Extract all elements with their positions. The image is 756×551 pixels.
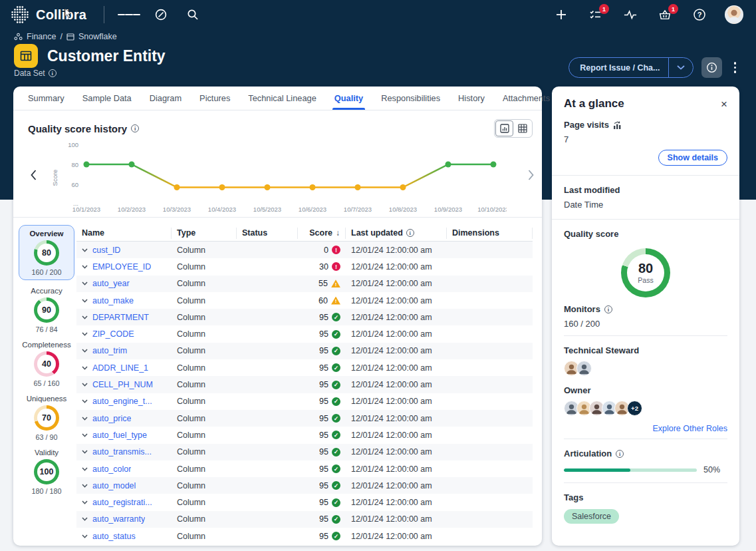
dimension-validity[interactable]: Validity100180 / 180	[19, 449, 74, 495]
explore-other-roles-link[interactable]: Explore Other Roles	[564, 424, 727, 433]
report-issue-button[interactable]: Report Issue / Cha...	[568, 57, 693, 78]
table-row[interactable]: auto_registrati...Column95✓12/01/24 12:0…	[76, 494, 533, 510]
expand-chevron-icon[interactable]	[82, 299, 88, 303]
column-name-link[interactable]: auto_registrati...	[92, 498, 152, 507]
col-header-type[interactable]: Type	[172, 228, 237, 239]
column-name-link[interactable]: auto_make	[92, 296, 134, 305]
table-row[interactable]: auto_makeColumn60!12/01/24 12:00:00 am	[76, 292, 533, 309]
col-header-name[interactable]: Name	[76, 228, 172, 239]
expand-chevron-icon[interactable]	[82, 417, 88, 421]
tab-diagram[interactable]: Diagram	[150, 87, 182, 110]
collibra-logo[interactable]: Collibra	[11, 5, 86, 24]
col-header-status[interactable]: Status	[237, 228, 298, 239]
tab-sample-data[interactable]: Sample Data	[82, 87, 132, 110]
expand-chevron-icon[interactable]	[82, 467, 88, 471]
expand-chevron-icon[interactable]	[82, 265, 88, 269]
table-row[interactable]: ADDR_LINE_1Column95✓12/01/24 12:00:00 am	[76, 359, 533, 376]
col-header-score[interactable]: Score↓	[298, 228, 346, 239]
column-name-link[interactable]: ADDR_LINE_1	[92, 363, 148, 373]
column-name-link[interactable]: auto_trim	[92, 346, 127, 355]
close-icon[interactable]: ×	[721, 98, 727, 110]
tab-responsibilities[interactable]: Responsibilities	[381, 87, 440, 110]
table-row[interactable]: auto_warrantyColumn95✓12/01/24 12:00:00 …	[76, 511, 533, 528]
tasks-icon[interactable]: 1	[584, 3, 607, 26]
column-name-link[interactable]: auto_price	[92, 414, 131, 423]
expand-chevron-icon[interactable]	[82, 433, 88, 437]
expand-chevron-icon[interactable]	[82, 399, 88, 403]
expand-chevron-icon[interactable]	[82, 366, 88, 370]
create-icon[interactable]	[550, 3, 572, 26]
expand-chevron-icon[interactable]	[82, 332, 88, 336]
info-icon[interactable]: i	[131, 124, 139, 132]
dimension-overview[interactable]: Overview80160 / 200	[19, 225, 74, 280]
column-name-link[interactable]: auto_model	[92, 481, 136, 490]
chart-scroll-left-icon[interactable]	[31, 170, 37, 183]
search-icon[interactable]	[182, 3, 204, 26]
table-row[interactable]: auto_priceColumn95✓12/01/24 12:00:00 am	[76, 410, 533, 427]
column-name-link[interactable]: auto_color	[92, 464, 131, 474]
table-view-button[interactable]	[513, 120, 531, 136]
expand-chevron-icon[interactable]	[82, 534, 88, 538]
column-name-link[interactable]: auto_fuel_type	[92, 431, 147, 440]
info-icon[interactable]: i	[406, 229, 414, 237]
column-name-link[interactable]: ZIP_CODE	[92, 329, 134, 339]
dimension-uniqueness[interactable]: Uniqueness7063 / 90	[19, 395, 74, 441]
column-name-link[interactable]: CELL_PH_NUM	[92, 380, 153, 389]
expand-chevron-icon[interactable]	[82, 281, 88, 285]
help-icon[interactable]: ?	[688, 3, 711, 26]
chart-scroll-right-icon[interactable]	[528, 170, 534, 183]
table-row[interactable]: auto_fuel_typeColumn95✓12/01/24 12:00:00…	[76, 427, 533, 443]
tab-attachments[interactable]: Attachments	[503, 87, 550, 110]
chart-view-button[interactable]	[495, 120, 513, 136]
column-name-link[interactable]: EMPLOYEE_ID	[92, 262, 151, 272]
info-icon[interactable]: i	[616, 450, 624, 458]
user-avatar[interactable]	[723, 3, 745, 26]
sort-desc-icon[interactable]: ↓	[336, 228, 340, 238]
expand-chevron-icon[interactable]	[82, 484, 88, 488]
expand-chevron-icon[interactable]	[82, 315, 88, 319]
table-row[interactable]: CELL_PH_NUMColumn95✓12/01/24 12:00:00 am	[76, 376, 533, 393]
show-details-button[interactable]: Show details	[658, 150, 727, 166]
col-header-last-updated[interactable]: Last updatedi	[346, 228, 447, 239]
table-row[interactable]: cust_IDColumn0!12/01/24 12:00:00 am	[76, 242, 533, 258]
owner-overflow-badge[interactable]: +2	[627, 401, 642, 416]
tab-technical-lineage[interactable]: Technical Lineage	[248, 87, 316, 110]
compass-icon[interactable]	[150, 3, 172, 26]
table-row[interactable]: auto_statusColumn95✓12/01/24 12:00:00 am	[76, 528, 533, 544]
expand-chevron-icon[interactable]	[82, 450, 88, 454]
table-row[interactable]: DEPARTMENTColumn95✓12/01/24 12:00:00 am	[76, 309, 533, 325]
expand-chevron-icon[interactable]	[82, 383, 88, 387]
column-name-link[interactable]: auto_year	[92, 279, 130, 288]
table-row[interactable]: auto_trimColumn95✓12/01/24 12:00:00 am	[76, 343, 533, 359]
chevron-down-icon[interactable]	[669, 65, 693, 70]
basket-icon[interactable]: 1	[654, 3, 676, 26]
more-options-icon[interactable]	[730, 59, 741, 76]
tab-pictures[interactable]: Pictures	[199, 87, 230, 110]
tab-summary[interactable]: Summary	[28, 87, 64, 110]
table-row[interactable]: ZIP_CODEColumn95✓12/01/24 12:00:00 am	[76, 325, 533, 342]
table-row[interactable]: EMPLOYEE_IDColumn30!12/01/24 12:00:00 am	[76, 258, 533, 275]
breadcrumb-current[interactable]: Snowflake	[78, 32, 117, 41]
column-name-link[interactable]: DEPARTMENT	[92, 313, 149, 322]
menu-icon[interactable]	[118, 3, 140, 26]
column-name-link[interactable]: auto_warranty	[92, 514, 145, 524]
asset-info-button[interactable]	[701, 57, 722, 78]
breadcrumb-parent[interactable]: Finance	[27, 32, 56, 41]
dimension-accuracy[interactable]: Accuracy9076 / 84	[19, 287, 74, 333]
avatar[interactable]	[576, 361, 592, 376]
column-name-link[interactable]: auto_transmis...	[92, 447, 152, 457]
column-name-link[interactable]: cust_ID	[92, 246, 120, 255]
tab-quality[interactable]: Quality	[334, 87, 363, 110]
col-header-dimensions[interactable]: Dimensions	[447, 228, 533, 239]
table-row[interactable]: auto_transmis...Column95✓12/01/24 12:00:…	[76, 444, 533, 460]
expand-chevron-icon[interactable]	[82, 349, 88, 353]
table-row[interactable]: auto_colorColumn95✓12/01/24 12:00:00 am	[76, 460, 533, 477]
table-row[interactable]: auto_engine_t...Column95✓12/01/24 12:00:…	[76, 393, 533, 410]
expand-chevron-icon[interactable]	[82, 500, 88, 504]
column-name-link[interactable]: auto_engine_t...	[92, 397, 152, 406]
expand-chevron-icon[interactable]	[82, 248, 88, 252]
dimension-completeness[interactable]: Completeness4065 / 160	[19, 341, 74, 387]
tag-salesforce[interactable]: Salesforce	[564, 509, 619, 524]
info-icon[interactable]: i	[49, 69, 57, 77]
tab-history[interactable]: History	[458, 87, 485, 110]
